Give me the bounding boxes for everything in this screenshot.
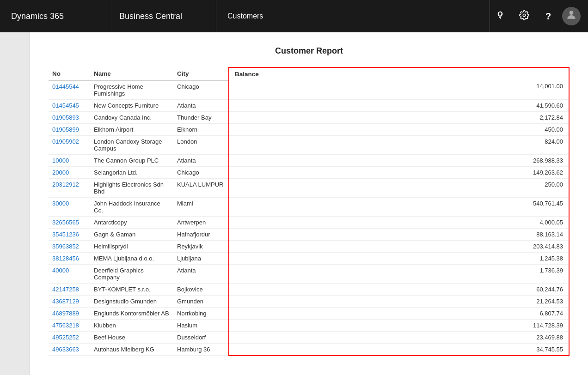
customer-city: Chicago [173, 80, 229, 99]
table-row: 01905899 Elkhorn Airport Elkhorn 450.00 [49, 123, 569, 135]
dynamics-nav[interactable]: Dynamics 365 [0, 0, 108, 32]
customer-name: Gagn & Gaman [90, 228, 173, 240]
customer-city: Gmunden [173, 295, 229, 307]
table-row: 40000 Deerfield Graphics Company Atlanta… [49, 264, 569, 283]
customer-city: Atlanta [173, 99, 229, 111]
customer-name: Designstudio Gmunden [90, 295, 173, 307]
dynamics-label: Dynamics 365 [11, 12, 64, 21]
customer-name: Highlights Electronics Sdn Bhd [90, 178, 173, 197]
customer-balance: 250.00 [229, 178, 569, 197]
customer-no[interactable]: 35963852 [49, 240, 90, 252]
customer-city: Haslum [173, 319, 229, 331]
header-icons: ? [490, 6, 588, 26]
customer-balance: 60,244.76 [229, 283, 569, 295]
user-avatar[interactable] [562, 7, 581, 25]
customer-no[interactable]: 49633663 [49, 343, 90, 356]
app-header: Dynamics 365 Business Central Customers [0, 0, 588, 32]
customer-report-table: No Name City Balance 01445544 Progressiv… [49, 67, 570, 356]
customer-name: MEMA Ljubljana d.o.o. [90, 252, 173, 264]
business-central-label: Business Central [119, 12, 182, 21]
customer-no[interactable]: 46897889 [49, 307, 90, 319]
customer-no[interactable]: 01905899 [49, 123, 90, 135]
balance-column-header: Balance [229, 67, 569, 80]
customer-balance: 149,263.62 [229, 166, 569, 178]
customer-name: New Concepts Furniture [90, 99, 173, 111]
customer-name: John Haddock Insurance Co. [90, 197, 173, 216]
customer-city: KUALA LUMPUR [173, 178, 229, 197]
table-row: 35963852 Heimilisprydi Reykjavik 203,414… [49, 240, 569, 252]
customer-no[interactable]: 20000 [49, 166, 90, 178]
avatar-icon [565, 9, 577, 24]
customer-no[interactable]: 10000 [49, 154, 90, 166]
customer-name: Antarcticopy [90, 216, 173, 228]
table-row: 43687129 Designstudio Gmunden Gmunden 21… [49, 295, 569, 307]
table-row: 35451236 Gagn & Gaman Hafnafjordur 88,16… [49, 228, 569, 240]
customer-city: Bojkovice [173, 283, 229, 295]
table-row: 30000 John Haddock Insurance Co. Miami 5… [49, 197, 569, 216]
customer-name: The Cannon Group PLC [90, 154, 173, 166]
customer-balance: 4,000.05 [229, 216, 569, 228]
help-button[interactable]: ? [538, 6, 558, 26]
lightbulb-icon [495, 10, 505, 23]
customer-city: Hafnafjordur [173, 228, 229, 240]
table-row: 32656565 Antarcticopy Antwerpen 4,000.05 [49, 216, 569, 228]
customer-no[interactable]: 01445544 [49, 80, 90, 99]
customer-no[interactable]: 49525252 [49, 331, 90, 343]
customer-no[interactable]: 40000 [49, 264, 90, 283]
content-area: Customer Report No Name City Balance 014… [30, 32, 588, 375]
customer-no[interactable]: 01454545 [49, 99, 90, 111]
customer-city: Antwerpen [173, 216, 229, 228]
customer-city: London [173, 135, 229, 154]
help-icon: ? [545, 11, 551, 22]
name-column-header: Name [90, 67, 173, 80]
settings-button[interactable] [514, 6, 534, 26]
table-row: 49633663 Autohaus Mielberg KG Hamburg 36… [49, 343, 569, 356]
customer-city: Thunder Bay [173, 111, 229, 123]
customer-name: Beef House [90, 331, 173, 343]
customer-balance: 21,264.53 [229, 295, 569, 307]
customer-no[interactable]: 38128456 [49, 252, 90, 264]
table-row: 20312912 Highlights Electronics Sdn Bhd … [49, 178, 569, 197]
customer-no[interactable]: 43687129 [49, 295, 90, 307]
svg-point-2 [570, 11, 574, 15]
customer-city: Chicago [173, 166, 229, 178]
customer-city: Atlanta [173, 264, 229, 283]
customer-no[interactable]: 20312912 [49, 178, 90, 197]
customer-balance: 268,988.33 [229, 154, 569, 166]
customer-no[interactable]: 32656565 [49, 216, 90, 228]
customer-balance: 203,414.83 [229, 240, 569, 252]
lightbulb-button[interactable] [490, 6, 510, 26]
table-row: 38128456 MEMA Ljubljana d.o.o. Ljubljana… [49, 252, 569, 264]
customer-balance: 41,590.60 [229, 99, 569, 111]
customer-balance: 824.00 [229, 135, 569, 154]
customer-no[interactable]: 01905902 [49, 135, 90, 154]
customer-balance: 14,001.00 [229, 80, 569, 99]
customer-balance: 540,761.45 [229, 197, 569, 216]
business-central-nav[interactable]: Business Central [108, 0, 216, 32]
customer-name: Selangorian Ltd. [90, 166, 173, 178]
customer-no[interactable]: 47563218 [49, 319, 90, 331]
customer-name: Progressive Home Furnishings [90, 80, 173, 99]
city-column-header: City [173, 67, 229, 80]
customer-no[interactable]: 35451236 [49, 228, 90, 240]
customer-name: Heimilisprydi [90, 240, 173, 252]
customer-city: Reykjavik [173, 240, 229, 252]
customer-balance: 23,469.88 [229, 331, 569, 343]
main-layout: Customer Report No Name City Balance 014… [0, 32, 588, 375]
settings-icon [519, 10, 529, 23]
table-row: 42147258 BYT-KOMPLET s.r.o. Bojkovice 60… [49, 283, 569, 295]
table-row: 01445544 Progressive Home Furnishings Ch… [49, 80, 569, 99]
customers-label: Customers [227, 12, 263, 20]
customer-balance: 88,163.14 [229, 228, 569, 240]
sidebar-left [0, 32, 30, 375]
table-row: 10000 The Cannon Group PLC Atlanta 268,9… [49, 154, 569, 166]
customer-city: Elkhorn [173, 123, 229, 135]
customer-no[interactable]: 42147258 [49, 283, 90, 295]
customer-city: Dusseldorf [173, 331, 229, 343]
customer-no[interactable]: 01905893 [49, 111, 90, 123]
customer-no[interactable]: 30000 [49, 197, 90, 216]
customer-name: Candoxy Canada Inc. [90, 111, 173, 123]
customers-nav[interactable]: Customers [216, 0, 490, 32]
customer-name: BYT-KOMPLET s.r.o. [90, 283, 173, 295]
table-header-row: No Name City Balance [49, 67, 569, 80]
